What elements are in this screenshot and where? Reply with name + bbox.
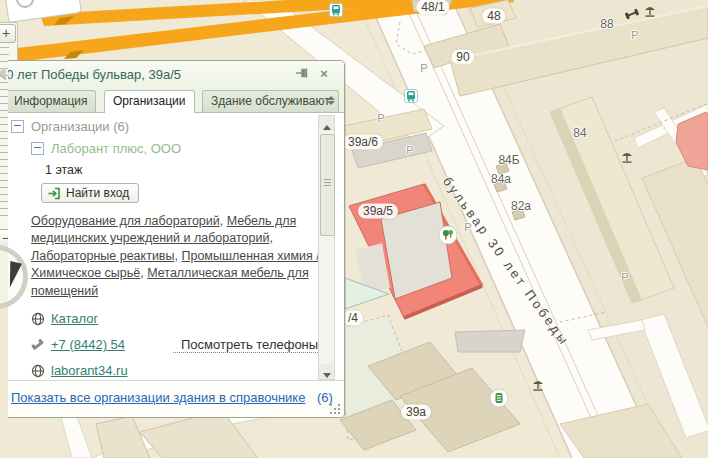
address-label[interactable]: 82а [511, 199, 531, 213]
organizations-count: (6) [317, 390, 333, 405]
bus-stop-icon[interactable] [404, 89, 418, 107]
address-label-highlighted[interactable]: 39а/5 [358, 204, 398, 219]
phone-icon [31, 338, 45, 351]
dumbbell-icon[interactable] [624, 7, 640, 25]
organization-name-link[interactable]: Лаборант плюс, ООО [51, 141, 181, 156]
phone-row: +7 (8442) 54 Посмотреть телефоны [31, 337, 310, 352]
website-link[interactable]: laborant34.ru [51, 363, 128, 378]
tab-scroll-icon[interactable] [325, 95, 336, 105]
find-entrance-button[interactable]: Найти вход [41, 183, 139, 203]
address-label[interactable]: 84а [491, 172, 511, 186]
address-label[interactable]: 39а [401, 405, 431, 420]
catalog-row: Каталог [31, 311, 310, 326]
fountain-icon[interactable] [620, 151, 634, 169]
tree-collapse-icon[interactable] [11, 120, 24, 133]
address-label[interactable]: 48/1 [416, 0, 449, 15]
parking-label: Р [631, 29, 638, 41]
scroll-thumb[interactable] [320, 134, 335, 236]
popup-header: 30 лет Победы бульвар, 39а/5 × [8, 61, 344, 87]
address-label[interactable]: 84Б [498, 153, 519, 167]
address-label[interactable]: 88 [600, 17, 613, 31]
rubric-link[interactable]: Лабораторные реактивы [31, 249, 175, 263]
popup-content: Организации (6) Лаборант плюс, ООО 1 эта… [8, 113, 344, 382]
tab-information[interactable]: Информация [8, 90, 96, 112]
address-label[interactable]: 39а/6 [343, 135, 383, 150]
parking-label: Р [377, 112, 384, 124]
address-label[interactable]: 90 [451, 50, 474, 65]
popup-clip-region: 30 лет Победы бульвар, 39а/5 × Информаци… [8, 60, 346, 418]
separator: , [269, 231, 272, 245]
tab-building-services[interactable]: Здание обслуживают [202, 90, 339, 112]
separator: , [220, 214, 227, 228]
parking-label: Р [621, 271, 628, 283]
scroll-down-icon[interactable] [319, 364, 334, 379]
pin-icon[interactable] [294, 66, 310, 82]
building-info-popup: 30 лет Победы бульвар, 39а/5 × Информаци… [8, 60, 345, 418]
bus-stop-icon[interactable] [329, 3, 343, 21]
popup-footer: Показать все организации здания в справо… [8, 380, 344, 417]
show-phones-label: Посмотреть телефоны [181, 337, 318, 352]
rubric-link[interactable]: Оборудование для лабораторий [31, 214, 220, 228]
floor-label: 1 этаж [45, 163, 310, 177]
tab-organizations[interactable]: Организации [104, 90, 195, 113]
address-label[interactable]: 48 [482, 9, 505, 24]
close-icon[interactable]: × [316, 66, 332, 82]
show-phones-toggle[interactable]: Посмотреть телефоны [173, 337, 330, 353]
website-row: laborant34.ru [31, 363, 310, 378]
entrance-icon [48, 187, 61, 200]
parking-label: Р [406, 144, 413, 156]
globe-icon [31, 312, 45, 326]
atm-icon[interactable] [490, 389, 509, 412]
popup-tabs: Информация Организации Здание обслуживаю… [8, 87, 344, 113]
rubric-links: Оборудование для лабораторий, Мебель для… [31, 213, 323, 300]
resize-grip-icon[interactable] [330, 404, 340, 414]
address-label[interactable]: 84 [573, 126, 586, 140]
phone-number-link[interactable]: +7 (8442) 54 [51, 337, 125, 352]
organizations-group-row: Организации (6) [11, 119, 310, 134]
globe-icon [31, 364, 45, 378]
popup-title: 30 лет Победы бульвар, 39а/5 [8, 67, 181, 82]
fountain-icon[interactable] [531, 379, 545, 397]
zoom-slider-handle[interactable] [0, 67, 6, 79]
building-gray-south[interactable] [455, 330, 525, 352]
catalog-link[interactable]: Каталог [51, 311, 98, 326]
compass-arrow-icon [4, 261, 22, 289]
find-entrance-label: Найти вход [66, 186, 129, 200]
fountain-icon[interactable] [643, 5, 657, 23]
trees-icon[interactable] [439, 226, 458, 249]
tree-collapse-icon[interactable] [31, 142, 44, 155]
show-all-organizations-link[interactable]: Показать все организации здания в справо… [11, 390, 305, 405]
organizations-group-label: Организации (6) [31, 119, 129, 134]
parking-label: Р [464, 221, 471, 233]
map-application-window: бульвар 30 лет Победы 48/1 48 90 88 84Б … [0, 0, 708, 458]
zoom-in-button[interactable]: + [0, 24, 16, 43]
popup-scrollbar[interactable] [318, 115, 335, 380]
scroll-up-icon[interactable] [319, 116, 334, 131]
organization-row: Лаборант плюс, ООО [31, 141, 310, 156]
parking-label: Р [420, 62, 427, 74]
